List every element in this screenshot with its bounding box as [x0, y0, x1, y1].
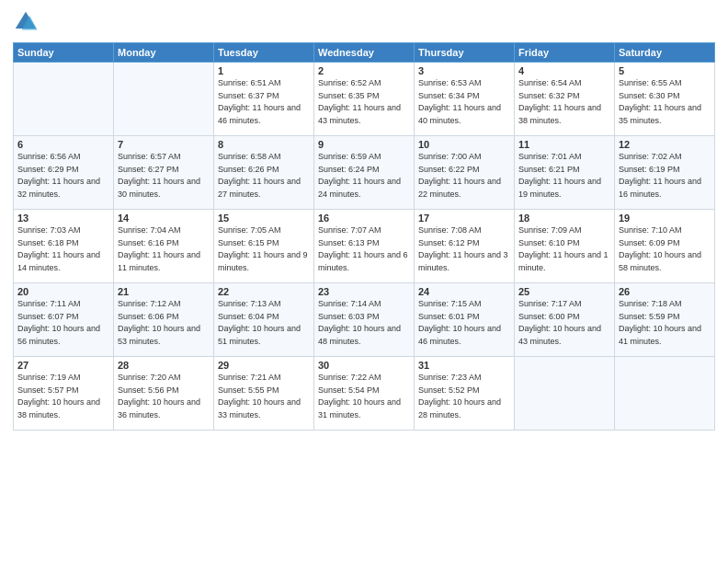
- day-number: 7: [118, 139, 210, 150]
- day-info: Sunrise: 7:10 AM Sunset: 6:09 PM Dayligh…: [619, 224, 711, 274]
- logo: [13, 9, 40, 35]
- day-info: Sunrise: 7:12 AM Sunset: 6:06 PM Dayligh…: [118, 298, 210, 348]
- day-number: 12: [619, 139, 711, 150]
- calendar-week-row: 1Sunrise: 6:51 AM Sunset: 6:37 PM Daylig…: [14, 63, 715, 136]
- calendar-cell: 15Sunrise: 7:05 AM Sunset: 6:15 PM Dayli…: [214, 210, 314, 283]
- calendar-body: 1Sunrise: 6:51 AM Sunset: 6:37 PM Daylig…: [14, 63, 715, 431]
- day-info: Sunrise: 7:23 AM Sunset: 5:52 PM Dayligh…: [418, 372, 510, 421]
- day-info: Sunrise: 7:05 AM Sunset: 6:15 PM Dayligh…: [218, 224, 310, 274]
- day-info: Sunrise: 6:59 AM Sunset: 6:24 PM Dayligh…: [318, 151, 410, 201]
- calendar-cell: 26Sunrise: 7:18 AM Sunset: 5:59 PM Dayli…: [615, 283, 715, 357]
- weekday-header: Wednesday: [314, 43, 415, 63]
- calendar-cell: 5Sunrise: 6:55 AM Sunset: 6:30 PM Daylig…: [615, 63, 715, 136]
- calendar-cell: 30Sunrise: 7:22 AM Sunset: 5:54 PM Dayli…: [314, 357, 415, 431]
- day-info: Sunrise: 7:04 AM Sunset: 6:16 PM Dayligh…: [118, 224, 210, 274]
- day-info: Sunrise: 7:21 AM Sunset: 5:55 PM Dayligh…: [218, 372, 310, 421]
- day-number: 13: [17, 213, 109, 224]
- calendar-cell: 13Sunrise: 7:03 AM Sunset: 6:18 PM Dayli…: [14, 210, 114, 283]
- day-info: Sunrise: 7:03 AM Sunset: 6:18 PM Dayligh…: [17, 224, 109, 274]
- calendar-cell: 2Sunrise: 6:52 AM Sunset: 6:35 PM Daylig…: [314, 63, 415, 136]
- day-info: Sunrise: 6:51 AM Sunset: 6:37 PM Dayligh…: [218, 77, 310, 127]
- calendar-cell: 9Sunrise: 6:59 AM Sunset: 6:24 PM Daylig…: [314, 136, 415, 210]
- calendar-cell: 19Sunrise: 7:10 AM Sunset: 6:09 PM Dayli…: [615, 210, 715, 283]
- calendar-week-row: 20Sunrise: 7:11 AM Sunset: 6:07 PM Dayli…: [14, 283, 715, 357]
- day-number: 31: [418, 360, 510, 371]
- calendar-cell: 22Sunrise: 7:13 AM Sunset: 6:04 PM Dayli…: [214, 283, 314, 357]
- day-info: Sunrise: 7:08 AM Sunset: 6:12 PM Dayligh…: [418, 224, 510, 274]
- calendar-cell: 18Sunrise: 7:09 AM Sunset: 6:10 PM Dayli…: [515, 210, 615, 283]
- day-number: 19: [619, 213, 711, 224]
- calendar-cell: 29Sunrise: 7:21 AM Sunset: 5:55 PM Dayli…: [214, 357, 314, 431]
- day-info: Sunrise: 7:11 AM Sunset: 6:07 PM Dayligh…: [17, 298, 109, 348]
- calendar-cell: 17Sunrise: 7:08 AM Sunset: 6:12 PM Dayli…: [415, 210, 515, 283]
- day-number: 29: [218, 360, 310, 371]
- day-number: 25: [518, 286, 610, 297]
- day-info: Sunrise: 7:17 AM Sunset: 6:00 PM Dayligh…: [518, 298, 610, 348]
- day-number: 21: [118, 286, 210, 297]
- day-info: Sunrise: 7:00 AM Sunset: 6:22 PM Dayligh…: [418, 151, 510, 201]
- weekday-header: Saturday: [615, 43, 715, 63]
- day-number: 17: [418, 213, 510, 224]
- day-number: 5: [619, 65, 711, 76]
- calendar-cell: [515, 357, 615, 431]
- day-info: Sunrise: 6:53 AM Sunset: 6:34 PM Dayligh…: [418, 77, 510, 127]
- weekday-header: Sunday: [14, 43, 114, 63]
- calendar-header: SundayMondayTuesdayWednesdayThursdayFrid…: [14, 43, 715, 63]
- calendar-cell: 10Sunrise: 7:00 AM Sunset: 6:22 PM Dayli…: [415, 136, 515, 210]
- calendar-week-row: 27Sunrise: 7:19 AM Sunset: 5:57 PM Dayli…: [14, 357, 715, 431]
- logo-icon: [13, 9, 39, 35]
- day-number: 23: [318, 286, 410, 297]
- calendar-cell: 25Sunrise: 7:17 AM Sunset: 6:00 PM Dayli…: [515, 283, 615, 357]
- day-info: Sunrise: 6:56 AM Sunset: 6:29 PM Dayligh…: [17, 151, 109, 201]
- calendar-cell: [14, 63, 114, 136]
- calendar-week-row: 13Sunrise: 7:03 AM Sunset: 6:18 PM Dayli…: [14, 210, 715, 283]
- day-number: 10: [418, 139, 510, 150]
- day-number: 22: [218, 286, 310, 297]
- calendar-cell: 12Sunrise: 7:02 AM Sunset: 6:19 PM Dayli…: [615, 136, 715, 210]
- weekday-header: Monday: [114, 43, 214, 63]
- day-number: 8: [218, 139, 310, 150]
- day-number: 15: [218, 213, 310, 224]
- calendar-cell: 24Sunrise: 7:15 AM Sunset: 6:01 PM Dayli…: [415, 283, 515, 357]
- day-info: Sunrise: 7:15 AM Sunset: 6:01 PM Dayligh…: [418, 298, 510, 348]
- day-number: 4: [518, 65, 610, 76]
- calendar-cell: 23Sunrise: 7:14 AM Sunset: 6:03 PM Dayli…: [314, 283, 415, 357]
- calendar-cell: 8Sunrise: 6:58 AM Sunset: 6:26 PM Daylig…: [214, 136, 314, 210]
- day-info: Sunrise: 7:02 AM Sunset: 6:19 PM Dayligh…: [619, 151, 711, 201]
- calendar-cell: 14Sunrise: 7:04 AM Sunset: 6:16 PM Dayli…: [114, 210, 214, 283]
- calendar-cell: 27Sunrise: 7:19 AM Sunset: 5:57 PM Dayli…: [14, 357, 114, 431]
- day-number: 30: [318, 360, 410, 371]
- day-info: Sunrise: 7:13 AM Sunset: 6:04 PM Dayligh…: [218, 298, 310, 348]
- calendar-table: SundayMondayTuesdayWednesdayThursdayFrid…: [13, 42, 715, 431]
- calendar-cell: 6Sunrise: 6:56 AM Sunset: 6:29 PM Daylig…: [14, 136, 114, 210]
- weekday-header: Thursday: [415, 43, 515, 63]
- calendar-cell: 3Sunrise: 6:53 AM Sunset: 6:34 PM Daylig…: [415, 63, 515, 136]
- calendar-cell: 7Sunrise: 6:57 AM Sunset: 6:27 PM Daylig…: [114, 136, 214, 210]
- calendar-cell: 4Sunrise: 6:54 AM Sunset: 6:32 PM Daylig…: [515, 63, 615, 136]
- day-info: Sunrise: 7:14 AM Sunset: 6:03 PM Dayligh…: [318, 298, 410, 348]
- calendar-cell: 16Sunrise: 7:07 AM Sunset: 6:13 PM Dayli…: [314, 210, 415, 283]
- day-info: Sunrise: 6:52 AM Sunset: 6:35 PM Dayligh…: [318, 77, 410, 127]
- calendar-cell: [114, 63, 214, 136]
- weekday-header-row: SundayMondayTuesdayWednesdayThursdayFrid…: [14, 43, 715, 63]
- day-number: 6: [17, 139, 109, 150]
- day-number: 9: [318, 139, 410, 150]
- day-info: Sunrise: 7:07 AM Sunset: 6:13 PM Dayligh…: [318, 224, 410, 274]
- header: [13, 9, 715, 35]
- calendar-cell: 28Sunrise: 7:20 AM Sunset: 5:56 PM Dayli…: [114, 357, 214, 431]
- calendar-cell: 31Sunrise: 7:23 AM Sunset: 5:52 PM Dayli…: [415, 357, 515, 431]
- day-number: 20: [17, 286, 109, 297]
- calendar-week-row: 6Sunrise: 6:56 AM Sunset: 6:29 PM Daylig…: [14, 136, 715, 210]
- day-number: 24: [418, 286, 510, 297]
- calendar-cell: [615, 357, 715, 431]
- day-info: Sunrise: 7:19 AM Sunset: 5:57 PM Dayligh…: [17, 372, 109, 421]
- calendar-cell: 21Sunrise: 7:12 AM Sunset: 6:06 PM Dayli…: [114, 283, 214, 357]
- day-number: 26: [619, 286, 711, 297]
- day-number: 18: [518, 213, 610, 224]
- day-number: 28: [118, 360, 210, 371]
- calendar-cell: 20Sunrise: 7:11 AM Sunset: 6:07 PM Dayli…: [14, 283, 114, 357]
- day-number: 11: [518, 139, 610, 150]
- day-number: 27: [17, 360, 109, 371]
- page-container: SundayMondayTuesdayWednesdayThursdayFrid…: [0, 0, 728, 440]
- day-number: 3: [418, 65, 510, 76]
